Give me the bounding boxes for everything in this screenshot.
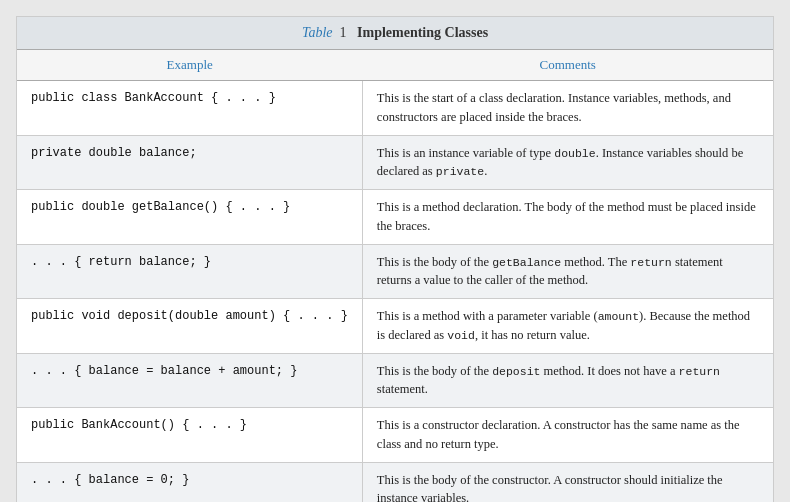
example-cell: public double getBalance() { . . . } — [17, 190, 362, 245]
column-header-comments: Comments — [362, 50, 773, 81]
comment-cell: This is a method with a parameter variab… — [362, 299, 773, 354]
implementing-classes-table: Example Comments public class BankAccoun… — [17, 50, 773, 502]
comment-cell: This is the body of the constructor. A c… — [362, 462, 773, 502]
table-header-row: Example Comments — [17, 50, 773, 81]
column-header-example: Example — [17, 50, 362, 81]
example-cell: public void deposit(double amount) { . .… — [17, 299, 362, 354]
code-span: deposit — [492, 365, 540, 378]
table-row: public BankAccount() { . . . } This is a… — [17, 408, 773, 463]
main-table-container: Table 1 Implementing Classes Example Com… — [16, 16, 774, 502]
example-cell: . . . { return balance; } — [17, 244, 362, 299]
code-span: amount — [598, 310, 639, 323]
code-span: void — [447, 329, 475, 342]
example-cell: public class BankAccount { . . . } — [17, 81, 362, 136]
comment-cell: This is an instance variable of type dou… — [362, 135, 773, 190]
table-word-label: Table — [302, 25, 333, 40]
table-row: public double getBalance() { . . . } Thi… — [17, 190, 773, 245]
code-span: private — [436, 165, 484, 178]
comment-cell: This is a method declaration. The body o… — [362, 190, 773, 245]
comment-cell: This is a constructor declaration. A con… — [362, 408, 773, 463]
table-title: Table 1 Implementing Classes — [17, 17, 773, 50]
table-row: private double balance; This is an insta… — [17, 135, 773, 190]
code-span: return — [630, 256, 671, 269]
code-span: getBalance — [492, 256, 561, 269]
example-cell: . . . { balance = 0; } — [17, 462, 362, 502]
table-row: public class BankAccount { . . . } This … — [17, 81, 773, 136]
table-number-label: 1 — [336, 25, 354, 40]
code-span: double — [554, 147, 595, 160]
comment-cell: This is the body of the getBalance metho… — [362, 244, 773, 299]
table-row: . . . { balance = 0; } This is the body … — [17, 462, 773, 502]
example-cell: private double balance; — [17, 135, 362, 190]
comment-cell: This is the body of the deposit method. … — [362, 353, 773, 408]
table-heading-label: Implementing Classes — [357, 25, 488, 40]
comment-cell: This is the start of a class declaration… — [362, 81, 773, 136]
example-cell: public BankAccount() { . . . } — [17, 408, 362, 463]
code-span: return — [679, 365, 720, 378]
table-row: . . . { balance = balance + amount; } Th… — [17, 353, 773, 408]
table-row: public void deposit(double amount) { . .… — [17, 299, 773, 354]
example-cell: . . . { balance = balance + amount; } — [17, 353, 362, 408]
table-row: . . . { return balance; } This is the bo… — [17, 244, 773, 299]
